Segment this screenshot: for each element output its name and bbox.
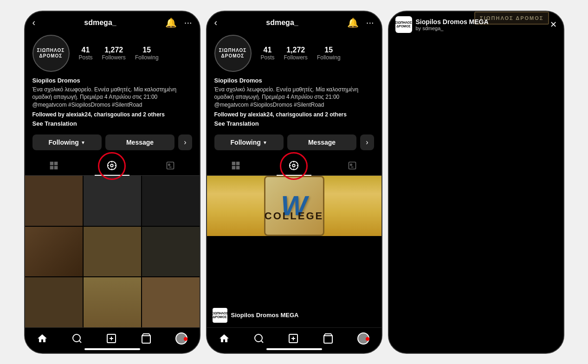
svg-line-14 bbox=[79, 340, 81, 342]
close-button[interactable]: ✕ bbox=[550, 19, 557, 30]
svg-point-11 bbox=[168, 164, 170, 166]
svg-rect-2 bbox=[50, 166, 54, 170]
grid-cell-1[interactable] bbox=[25, 176, 83, 225]
nav-home-1[interactable] bbox=[37, 333, 48, 344]
more-button-2[interactable]: › bbox=[360, 134, 374, 150]
bio-section-2: Siopilos Dromos Ένα σχολικό λεωφορείο. Ε… bbox=[214, 77, 374, 128]
bell-icon-1[interactable]: 🔔 bbox=[165, 17, 177, 28]
more-button-1[interactable]: › bbox=[178, 134, 192, 150]
svg-rect-20 bbox=[236, 162, 239, 166]
top-bar-icons-2: 🔔 ··· bbox=[347, 17, 374, 28]
bell-icon-2[interactable]: 🔔 bbox=[347, 17, 359, 28]
username-2: sdmega_ bbox=[266, 19, 298, 27]
username-1: sdmega_ bbox=[84, 19, 116, 27]
profile-row-1: ΣΙΩΠΗΛΟΣ ΔΡΟΜΟΣ 41 Posts 1,272 Followers bbox=[32, 35, 192, 72]
stat-following-2: 15 Following bbox=[317, 46, 341, 61]
grid-content-1 bbox=[25, 176, 200, 327]
followed-by-1: Followed by alexiak24, charisgoulios and… bbox=[32, 111, 165, 118]
see-translation-2[interactable]: See Translation bbox=[214, 120, 374, 128]
college-visual: W COLLEGE bbox=[207, 176, 381, 236]
nav-shop-2[interactable] bbox=[323, 333, 334, 344]
message-button-2[interactable]: Message bbox=[287, 134, 356, 150]
nav-shop-1[interactable] bbox=[141, 333, 152, 344]
avatar-text-1: ΣΙΩΠΗΛΟΣ ΔΡΟΜΟΣ bbox=[37, 48, 65, 59]
nav-profile-1[interactable] bbox=[175, 332, 187, 345]
stat-posts-2: 41 Posts bbox=[261, 46, 275, 61]
college-badge: W bbox=[264, 176, 324, 236]
svg-rect-10 bbox=[167, 162, 174, 169]
svg-line-33 bbox=[261, 340, 263, 342]
stat-followers-1: 1,272 Followers bbox=[102, 46, 126, 61]
tab-reels-1[interactable] bbox=[83, 156, 141, 175]
third-logo-box: ΣΙΩΠΗΛΟΣ ΔΡΟΜΟΣ bbox=[395, 16, 412, 33]
svg-rect-0 bbox=[50, 162, 54, 166]
following-button-2[interactable]: Following ▼ bbox=[214, 134, 284, 150]
svg-point-24 bbox=[293, 164, 296, 167]
third-header-title: Siopilos Dromos MEGA bbox=[416, 18, 489, 26]
home-indicator-2 bbox=[266, 348, 322, 350]
avatar-text-2: ΣΙΩΠΗΛΟΣ ΔΡΟΜΟΣ bbox=[219, 48, 246, 59]
reels-content-2[interactable]: W COLLEGE ΣΙΩΠΗΛΟΣ ΔΡΟΜΟΣ Siopilos Dromo… bbox=[207, 176, 381, 327]
profile-section-2: ΣΙΩΠΗΛΟΣ ΔΡΟΜΟΣ 41 Posts 1,272 Followers bbox=[207, 31, 381, 156]
tab-bar-2 bbox=[207, 156, 381, 176]
phone-3-screen: ΣΙΩΠΗΛΟΣ ΔΡΟΜΟΣ ΣΙΩΠΗΛΟΣ ΔΡΟΜΟΣ bbox=[389, 12, 563, 353]
back-icon-1[interactable]: ‹ bbox=[32, 17, 36, 28]
third-header: ΣΙΩΠΗΛΟΣ ΔΡΟΜΟΣ Siopilos Dromos MEGA by … bbox=[389, 12, 563, 38]
see-translation-1[interactable]: See Translation bbox=[32, 120, 192, 128]
reel-title-2: Siopilos Dromos MEGA bbox=[231, 312, 299, 319]
message-button-1[interactable]: Message bbox=[105, 134, 174, 150]
stat-following-1: 15 Following bbox=[135, 46, 159, 61]
nav-profile-2[interactable] bbox=[357, 332, 369, 345]
back-icon-2[interactable]: ‹ bbox=[214, 17, 218, 28]
svg-rect-19 bbox=[232, 162, 236, 166]
grid-cell-8[interactable] bbox=[84, 277, 141, 327]
grid-cell-9[interactable] bbox=[142, 277, 200, 327]
more-icon-2[interactable]: ··· bbox=[366, 17, 374, 28]
svg-point-30 bbox=[350, 164, 352, 166]
phone-1: ‹ sdmega_ 🔔 ··· ΣΙΩΠΗΛΟΣ ΔΡΟΜΟΣ bbox=[24, 11, 200, 354]
more-icon-1[interactable]: ··· bbox=[184, 17, 192, 28]
phone-1-screen: ‹ sdmega_ 🔔 ··· ΣΙΩΠΗΛΟΣ ΔΡΟΜΟΣ bbox=[25, 12, 200, 353]
grid-cell-5[interactable] bbox=[84, 227, 141, 276]
home-indicator-1 bbox=[84, 348, 140, 350]
svg-point-32 bbox=[255, 334, 262, 342]
main-container: ‹ sdmega_ 🔔 ··· ΣΙΩΠΗΛΟΣ ΔΡΟΜΟΣ bbox=[0, 1, 588, 363]
svg-rect-21 bbox=[232, 166, 236, 170]
top-bar-1: ‹ sdmega_ 🔔 ··· bbox=[25, 12, 200, 31]
tab-tagged-1[interactable] bbox=[141, 156, 199, 175]
bio-section-1: Siopilos Dromos Ένα σχολικό λεωφορείο. Ε… bbox=[32, 77, 192, 128]
college-text: COLLEGE bbox=[265, 210, 323, 222]
third-header-info: Siopilos Dromos MEGA by sdmega_ bbox=[416, 18, 489, 31]
reel-caption-overlay: ΣΙΩΠΗΛΟΣ ΔΡΟΜΟΣ Siopilos Dromos MEGA bbox=[207, 303, 381, 327]
tab-tagged-2[interactable] bbox=[323, 156, 381, 175]
stat-followers-2: 1,272 Followers bbox=[284, 46, 308, 61]
svg-point-5 bbox=[111, 164, 114, 167]
grid-cell-4[interactable] bbox=[25, 227, 83, 276]
grid-cell-7[interactable] bbox=[25, 277, 83, 327]
top-bar-icons-1: 🔔 ··· bbox=[165, 17, 192, 28]
nav-plus-2[interactable] bbox=[288, 333, 299, 344]
grid-cell-3[interactable] bbox=[142, 176, 200, 225]
phone-2-screen: ‹ sdmega_ 🔔 ··· ΣΙΩΠΗΛΟΣ ΔΡΟΜΟΣ bbox=[207, 12, 381, 353]
action-buttons-1: Following ▼ Message › bbox=[32, 133, 192, 152]
reel-logo-2: ΣΙΩΠΗΛΟΣ ΔΡΟΜΟΣ bbox=[213, 308, 227, 323]
svg-point-13 bbox=[73, 334, 80, 342]
svg-rect-22 bbox=[236, 166, 239, 170]
action-buttons-2: Following ▼ Message › bbox=[214, 133, 374, 152]
tab-grid-2[interactable] bbox=[207, 156, 265, 175]
svg-rect-1 bbox=[54, 162, 58, 166]
nav-plus-1[interactable] bbox=[106, 333, 117, 344]
following-button-1[interactable]: Following ▼ bbox=[32, 134, 102, 150]
avatar-1: ΣΙΩΠΗΛΟΣ ΔΡΟΜΟΣ bbox=[32, 35, 70, 72]
tab-grid-1[interactable] bbox=[25, 156, 83, 175]
phone-3: ΣΙΩΠΗΛΟΣ ΔΡΟΜΟΣ ΣΙΩΠΗΛΟΣ ΔΡΟΜΟΣ bbox=[388, 11, 564, 354]
grid-cell-2[interactable] bbox=[84, 176, 141, 225]
grid-cell-6[interactable] bbox=[142, 227, 200, 276]
followed-by-2: Followed by alexiak24, charisgoulios and… bbox=[214, 111, 347, 118]
nav-home-2[interactable] bbox=[219, 333, 230, 344]
nav-search-2[interactable] bbox=[253, 333, 265, 344]
nav-search-1[interactable] bbox=[71, 333, 83, 344]
tab-reels-2[interactable] bbox=[265, 156, 323, 175]
tab-bar-1 bbox=[25, 156, 200, 176]
phone-2: ‹ sdmega_ 🔔 ··· ΣΙΩΠΗΛΟΣ ΔΡΟΜΟΣ bbox=[206, 11, 382, 354]
